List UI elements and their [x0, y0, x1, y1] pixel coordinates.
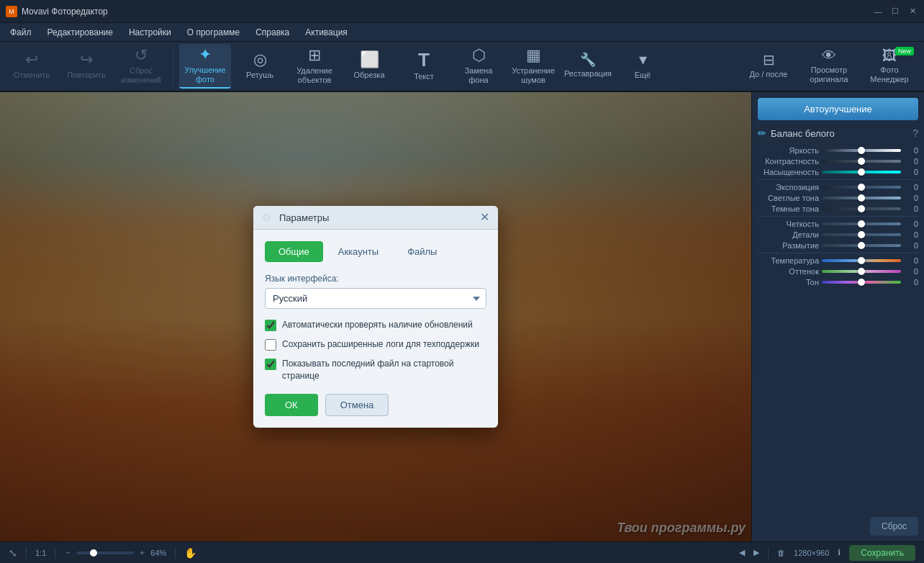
menu-activate[interactable]: Активация — [298, 26, 355, 39]
before-after-button[interactable]: ⊟ До / после — [740, 44, 797, 89]
restore-button[interactable]: 🔧 Реставрация — [562, 44, 614, 89]
view-original-label: Просмотроригинала — [810, 66, 848, 84]
slider-tone-track[interactable] — [822, 281, 901, 284]
slider-highlights-track[interactable] — [822, 197, 901, 199]
undo-button[interactable]: ↩ Отменить — [6, 44, 58, 89]
slider-shadows-track[interactable] — [822, 207, 901, 210]
slider-brightness-row: Яркость 0 — [758, 146, 918, 155]
slider-tone-value: 0 — [904, 278, 918, 287]
remove-objects-button[interactable]: ⊞ Удалениеобъектов — [289, 44, 340, 89]
nav-next-button[interactable]: ▶ — [753, 548, 759, 557]
checkbox-logs[interactable] — [265, 339, 276, 351]
hand-tool-icon[interactable]: ✋ — [184, 547, 196, 559]
reset-adjustments-button[interactable]: Сброс — [870, 517, 918, 536]
info-icon[interactable]: ℹ — [838, 548, 841, 557]
crop-icon: ⬜ — [360, 52, 379, 68]
reset-button[interactable]: ↺ Сбросизменений — [115, 44, 167, 89]
slider-sharpness-value: 0 — [904, 220, 918, 228]
close-button[interactable]: ✕ — [907, 6, 918, 17]
dialog-cancel-button[interactable]: Отмена — [325, 394, 389, 416]
slider-saturation-value: 0 — [904, 168, 918, 176]
nav-prev-button[interactable]: ◀ — [739, 548, 745, 557]
slider-blur-value: 0 — [904, 241, 918, 250]
menu-edit[interactable]: Редактирование — [40, 26, 120, 39]
slider-sharpness-track[interactable] — [822, 222, 901, 225]
denoise-label: Устранениешумов — [512, 66, 555, 85]
app-title: Movavi Фоторедактор — [22, 6, 868, 17]
tab-general[interactable]: Общие — [265, 241, 323, 262]
menu-settings[interactable]: Настройки — [122, 26, 178, 39]
toolbar: ↩ Отменить ↪ Повторить ↺ Сбросизменений … — [0, 42, 924, 92]
slider-contrast-row: Контрастность 0 — [758, 157, 918, 166]
zoom-slider[interactable] — [76, 551, 134, 554]
crop-button[interactable]: ⬜ Обрезка — [343, 44, 395, 89]
text-label: Текст — [414, 72, 434, 81]
save-button[interactable]: Сохранить — [849, 545, 915, 561]
checkbox-auto-update-row: Автоматически проверять наличие обновлен… — [265, 319, 486, 331]
slider-detail-track[interactable] — [822, 233, 901, 236]
slider-brightness-value: 0 — [904, 146, 918, 155]
undo-icon: ↩ — [25, 52, 38, 68]
slider-sharpness-label: Четкость — [758, 220, 819, 228]
restore-icon: 🔧 — [580, 53, 596, 66]
status-separator-1 — [26, 547, 27, 559]
checkbox-logs-row: Сохранить расширенные логи для техподдер… — [265, 338, 486, 351]
enhance-button[interactable]: ✦ Улучшениефото — [179, 44, 231, 89]
menu-about[interactable]: О программе — [180, 26, 247, 39]
dialog-buttons: ОК Отмена — [265, 394, 486, 416]
panel-section-white-balance: ✏ Баланс белого ? — [758, 125, 918, 142]
canvas-area[interactable]: ⚙ Параметры ✕ Общие Аккаунты Файлы Язык … — [0, 92, 751, 541]
tab-files[interactable]: Файлы — [394, 241, 450, 262]
status-separator-2 — [55, 547, 55, 559]
panel-divider-1 — [758, 179, 918, 180]
bg-icon: ⬡ — [472, 48, 486, 63]
bg-replace-button[interactable]: ⬡ Заменафона — [453, 44, 504, 89]
auto-enhance-button[interactable]: Автоулучшение — [758, 98, 918, 120]
retouch-button[interactable]: ◎ Ретушь — [234, 44, 286, 89]
more-button[interactable]: ▾ Ещё — [617, 44, 669, 89]
slider-brightness-track[interactable] — [822, 149, 901, 152]
slider-contrast-track[interactable] — [822, 160, 901, 163]
redo-button[interactable]: ↪ Повторить — [60, 44, 112, 89]
slider-blur-track[interactable] — [822, 244, 901, 247]
denoise-button[interactable]: ▦ Устранениешумов — [507, 44, 559, 89]
reset-label: Сбросизменений — [121, 66, 160, 85]
slider-sharpness-row: Четкость 0 — [758, 220, 918, 228]
panel-divider-3 — [758, 253, 918, 253]
slider-saturation-track[interactable] — [822, 171, 901, 174]
view-original-icon: 👁 — [822, 48, 836, 63]
slider-exposure-value: 0 — [904, 183, 918, 192]
tab-accounts[interactable]: Аккаунты — [325, 241, 392, 262]
view-original-button[interactable]: 👁 Просмотроригинала — [800, 44, 858, 89]
menu-file[interactable]: Файл — [3, 26, 39, 39]
checkbox-auto-update[interactable] — [265, 320, 276, 331]
text-button[interactable]: T Текст — [398, 44, 450, 89]
enhance-icon: ✦ — [199, 47, 212, 63]
photo-manager-label: ФотоМенеджер — [870, 66, 908, 84]
remove-icon: ⊞ — [308, 48, 321, 63]
zoom-controls: － ＋ 64% — [64, 547, 166, 558]
slider-contrast-label: Контрастность — [758, 157, 819, 166]
language-select[interactable]: Русский English Deutsch Français — [265, 288, 486, 309]
maximize-button[interactable]: ☐ — [889, 6, 901, 17]
new-badge: New — [895, 47, 914, 55]
slider-blur-label: Размытие — [758, 241, 819, 250]
checkbox-last-file-row: Показывать последний файл на стартовой с… — [265, 358, 486, 382]
slider-exposure-track[interactable] — [822, 186, 901, 189]
slider-detail-value: 0 — [904, 230, 918, 239]
photo-manager-button[interactable]: New 🖼 ФотоМенеджер — [861, 44, 918, 89]
menu-help[interactable]: Справка — [248, 26, 296, 39]
slider-temperature-track[interactable] — [822, 259, 901, 262]
zoom-in-icon[interactable]: ＋ — [138, 547, 146, 558]
checkbox-auto-update-label: Автоматически проверять наличие обновлен… — [282, 319, 473, 331]
dialog-ok-button[interactable]: ОК — [265, 394, 318, 416]
trash-icon[interactable]: 🗑 — [777, 549, 785, 557]
minimize-button[interactable]: — — [872, 6, 884, 17]
zoom-out-icon[interactable]: － — [64, 547, 72, 558]
slider-tint-track[interactable] — [822, 270, 901, 273]
checkbox-last-file[interactable] — [265, 359, 276, 370]
dialog-close-button[interactable]: ✕ — [480, 212, 489, 223]
help-icon[interactable]: ? — [912, 127, 918, 139]
fit-screen-icon[interactable]: ⤡ — [9, 547, 17, 559]
redo-label: Повторить — [67, 71, 106, 80]
